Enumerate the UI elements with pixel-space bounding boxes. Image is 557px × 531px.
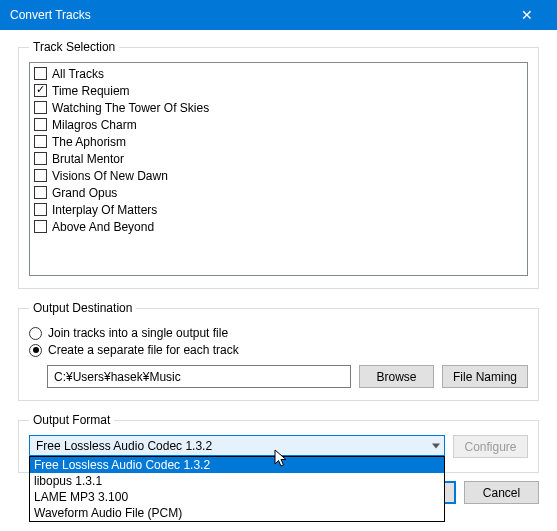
track-label: All Tracks [52,67,104,81]
track-row[interactable]: Grand Opus [34,184,523,201]
track-checkbox[interactable] [34,118,47,131]
file-naming-button[interactable]: File Naming [442,365,528,388]
track-label: Milagros Charm [52,118,137,132]
track-label: Above And Beyond [52,220,154,234]
track-row[interactable]: All Tracks [34,65,523,82]
track-label: Interplay Of Matters [52,203,157,217]
track-checkbox[interactable] [34,135,47,148]
track-checkbox[interactable] [34,203,47,216]
track-checkbox[interactable] [34,67,47,80]
track-row[interactable]: Interplay Of Matters [34,201,523,218]
output-format-dropdown[interactable]: Free Lossless Audio Codec 1.3.2libopus 1… [29,456,445,522]
titlebar: Convert Tracks ✕ [0,0,557,30]
track-checkbox[interactable] [34,152,47,165]
join-tracks-radio-row[interactable]: Join tracks into a single output file [29,326,528,340]
track-list[interactable]: All TracksTime RequiemWatching The Tower… [29,62,528,276]
track-label: Grand Opus [52,186,117,200]
track-label: Time Requiem [52,84,130,98]
track-row[interactable]: Time Requiem [34,82,523,99]
format-option[interactable]: LAME MP3 3.100 [30,489,444,505]
window-title: Convert Tracks [10,8,507,22]
track-label: Visions Of New Dawn [52,169,168,183]
track-checkbox[interactable] [34,169,47,182]
cancel-button[interactable]: Cancel [464,481,539,504]
output-format-combo[interactable]: Free Lossless Audio Codec 1.3.2 [29,435,445,456]
track-row[interactable]: Brutal Mentor [34,150,523,167]
track-row[interactable]: Milagros Charm [34,116,523,133]
output-path-value: C:¥Users¥hasek¥Music [54,370,181,384]
configure-button: Configure [453,435,528,458]
browse-button[interactable]: Browse [359,365,434,388]
chevron-down-icon [432,443,440,448]
track-checkbox[interactable] [34,101,47,114]
output-path-field[interactable]: C:¥Users¥hasek¥Music [47,365,351,388]
dialog-body: Track Selection All TracksTime RequiemWa… [0,30,557,518]
track-label: The Aphorism [52,135,126,149]
format-option[interactable]: Waveform Audio File (PCM) [30,505,444,521]
separate-files-label: Create a separate file for each track [48,343,239,357]
separate-files-radio-row[interactable]: Create a separate file for each track [29,343,528,357]
output-destination-legend: Output Destination [29,301,136,315]
track-label: Watching The Tower Of Skies [52,101,209,115]
track-checkbox[interactable] [34,186,47,199]
output-format-legend: Output Format [29,413,114,427]
track-label: Brutal Mentor [52,152,124,166]
output-format-group: Output Format Free Lossless Audio Codec … [18,413,539,473]
track-selection-legend: Track Selection [29,40,119,54]
join-tracks-label: Join tracks into a single output file [48,326,228,340]
output-format-selected: Free Lossless Audio Codec 1.3.2 [36,439,212,453]
track-checkbox[interactable] [34,84,47,97]
track-row[interactable]: Above And Beyond [34,218,523,235]
output-destination-group: Output Destination Join tracks into a si… [18,301,539,401]
track-row[interactable]: Watching The Tower Of Skies [34,99,523,116]
separate-files-radio[interactable] [29,344,42,357]
format-option[interactable]: Free Lossless Audio Codec 1.3.2 [30,457,444,473]
track-checkbox[interactable] [34,220,47,233]
track-row[interactable]: The Aphorism [34,133,523,150]
format-option[interactable]: libopus 1.3.1 [30,473,444,489]
close-icon[interactable]: ✕ [507,7,547,23]
track-selection-group: Track Selection All TracksTime RequiemWa… [18,40,539,289]
track-row[interactable]: Visions Of New Dawn [34,167,523,184]
join-tracks-radio[interactable] [29,327,42,340]
